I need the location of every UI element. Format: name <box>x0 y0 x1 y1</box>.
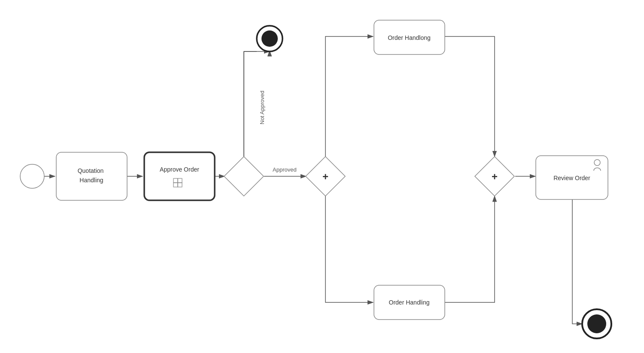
order-handlong-label: Order Handlong <box>387 33 430 40</box>
parallel-join-plus: + <box>493 171 499 181</box>
decision-gateway <box>225 157 264 196</box>
flow-to-order-handlong <box>326 36 373 157</box>
approve-order-box <box>144 152 215 199</box>
approve-order-label: Approve Order <box>159 165 199 172</box>
not-approved-label: Not Approved <box>283 91 289 124</box>
flow-order-handling-to-join <box>444 196 496 302</box>
end-event-bottom-inner <box>588 315 605 332</box>
approved-label: Approved <box>273 166 298 173</box>
bpmn-diagram: Quotation Handling Approve Order Not App… <box>0 0 644 353</box>
order-handling-label: Order Handling <box>389 299 429 306</box>
flow-review-to-end <box>572 199 583 324</box>
flow-order-handlong-to-join <box>444 36 496 157</box>
review-order-label: Review Order <box>553 175 590 182</box>
end-event-top-inner <box>263 31 278 46</box>
start-event <box>20 164 44 188</box>
parallel-split-plus: + <box>324 171 329 181</box>
flow-to-order-handling <box>326 196 373 302</box>
